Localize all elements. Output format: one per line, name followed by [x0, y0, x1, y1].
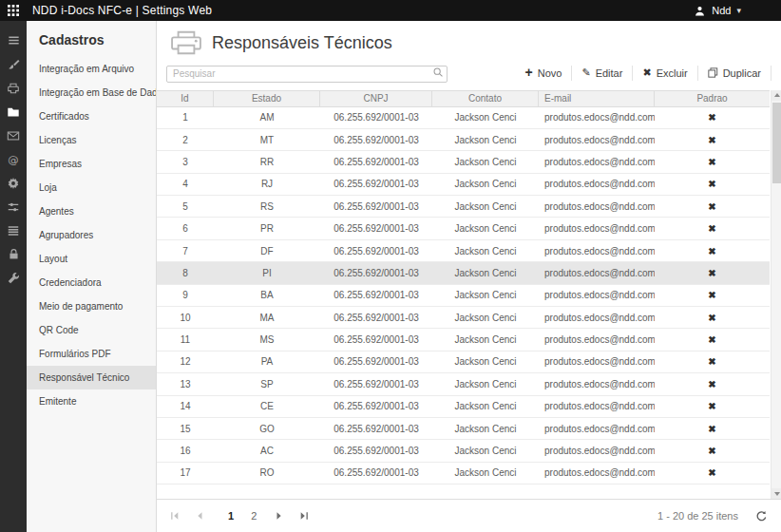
not-default-icon: ✖ [708, 112, 715, 123]
table-row[interactable]: 6PR06.255.692/0001-03Jackson Cenciprodut… [157, 218, 770, 239]
excluir-button[interactable]: ✖ Excluir [632, 66, 696, 81]
prev-page-button[interactable] [195, 511, 204, 521]
sidebar-item[interactable]: Certificados [27, 104, 156, 128]
cell-contato: Jackson Cenci [432, 268, 539, 278]
sidebar-item-label: QR Code [39, 325, 79, 335]
user-name: Ndd [712, 5, 731, 16]
stack-icon [7, 224, 20, 238]
sidebar-item[interactable]: Credenciadora [27, 271, 156, 294]
cell-contato: Jackson Cenci [432, 401, 539, 411]
user-menu[interactable]: Ndd ▾ [694, 5, 741, 17]
rail-item-gear[interactable] [0, 171, 27, 195]
cell-contato: Jackson Cenci [432, 179, 539, 189]
sidebar-item[interactable]: Agrupadores [27, 223, 156, 247]
cell-cnpj: 06.255.692/0001-03 [320, 356, 432, 367]
page-header: Responsáveis Técnicos [157, 21, 781, 62]
table-row[interactable]: 15GO06.255.692/0001-03Jackson Cenciprodu… [157, 418, 770, 440]
table-row[interactable]: 10MA06.255.692/0001-03Jackson Cenciprodu… [157, 307, 770, 329]
table-row[interactable]: 7DF06.255.692/0001-03Jackson Cenciprodut… [157, 240, 770, 262]
cell-estado: AM [214, 112, 320, 123]
sidebar-item[interactable]: Loja [27, 176, 156, 200]
table-row[interactable]: 16AC06.255.692/0001-03Jackson Cenciprodu… [157, 440, 770, 462]
cell-id: 3 [157, 157, 214, 167]
scroll-up-icon[interactable] [771, 90, 781, 101]
table-row[interactable]: 14CE06.255.692/0001-03Jackson Cenciprodu… [157, 396, 770, 418]
cell-cnpj: 06.255.692/0001-03 [320, 179, 432, 189]
search-icon[interactable] [432, 66, 444, 78]
cell-padrao: ✖ [655, 334, 770, 345]
table-row[interactable]: 12PA06.255.692/0001-03Jackson Cenciprodu… [157, 352, 770, 373]
table-row[interactable]: 2MT06.255.692/0001-03Jackson Cenciprodut… [157, 129, 770, 151]
first-page-button[interactable] [170, 511, 180, 521]
sidebar-item[interactable]: Empresas [27, 152, 156, 176]
cell-cnpj: 06.255.692/0001-03 [320, 135, 432, 145]
cell-id: 16 [157, 446, 214, 456]
sidebar-item[interactable]: Layout [27, 247, 156, 271]
cell-contato: Jackson Cenci [432, 290, 539, 300]
page-1-button[interactable]: 1 [219, 508, 242, 523]
column-header: Contato [432, 91, 539, 106]
rail-item-lock[interactable] [0, 242, 27, 266]
page-title: Responsáveis Técnicos [212, 33, 392, 53]
module-printer-icon [170, 29, 202, 56]
next-page-button[interactable] [275, 511, 284, 521]
sidebar-item[interactable]: Agentes [27, 200, 156, 223]
sidebar-item[interactable]: Meio de pagamento [27, 294, 156, 318]
column-header: CNPJ [320, 91, 432, 106]
cell-id: 14 [157, 401, 214, 411]
cell-padrao: ✖ [655, 223, 770, 234]
rail-item-sliders[interactable] [0, 195, 27, 218]
rail-item-menu[interactable] [0, 28, 27, 52]
novo-button[interactable]: + Novo [516, 66, 572, 81]
rail-item-brush[interactable] [0, 52, 27, 76]
rail-item-stack[interactable] [0, 218, 27, 242]
not-default-icon: ✖ [708, 157, 715, 167]
rail-item-folder[interactable] [0, 100, 27, 124]
cell-id: 10 [157, 313, 214, 323]
table-row[interactable]: 11MS06.255.692/0001-03Jackson Cenciprodu… [157, 329, 770, 351]
table-row[interactable]: 13SP06.255.692/0001-03Jackson Cenciprodu… [157, 373, 770, 395]
rail-item-at[interactable]: @ [0, 147, 27, 171]
sidebar-item[interactable]: Integração em Base de Dados [27, 81, 156, 104]
x-icon: ✖ [642, 67, 651, 78]
page-2-button[interactable]: 2 [242, 508, 265, 523]
cell-contato: Jackson Cenci [432, 334, 539, 345]
sidebar-item[interactable]: Responsável Técnico [27, 366, 156, 390]
not-default-icon: ✖ [708, 334, 715, 345]
refresh-icon[interactable] [755, 510, 768, 522]
sidebar-item[interactable]: Formulários PDF [27, 342, 156, 366]
last-page-button[interactable] [299, 511, 309, 521]
sidebar-item[interactable]: QR Code [27, 318, 156, 342]
lock-icon [8, 248, 20, 260]
table-row[interactable]: 4RJ06.255.692/0001-03Jackson Cenciprodut… [157, 174, 770, 196]
sidebar-item[interactable]: Integração em Arquivo [27, 57, 156, 81]
cell-padrao: ✖ [655, 135, 770, 145]
apps-grid-icon[interactable] [8, 5, 19, 16]
cell-estado: AC [214, 446, 320, 456]
table-row[interactable]: 9BA06.255.692/0001-03Jackson Cenciprodut… [157, 285, 770, 307]
rail-item-printer[interactable] [0, 76, 27, 100]
sidebar-item[interactable]: Emitente [27, 390, 156, 413]
sidebar-item-label: Empresas [39, 159, 82, 169]
scroll-down-icon[interactable] [771, 488, 781, 499]
search-input[interactable] [166, 66, 448, 83]
table-row[interactable]: 5RS06.255.692/0001-03Jackson Cenciprodut… [157, 196, 770, 218]
vertical-scrollbar[interactable] [771, 90, 781, 500]
duplicar-button[interactable]: Duplicar [697, 66, 771, 81]
rail-item-wrench[interactable] [0, 266, 27, 290]
table-row[interactable]: 3RR06.255.692/0001-03Jackson Cenciprodut… [157, 151, 770, 173]
editar-button[interactable]: ✎ Editar [571, 66, 632, 81]
table-row[interactable]: 1AM06.255.692/0001-03Jackson Cenciprodut… [157, 107, 770, 129]
cell-contato: Jackson Cenci [432, 201, 539, 212]
cell-cnpj: 06.255.692/0001-03 [320, 424, 432, 434]
novo-label: Novo [538, 67, 562, 79]
sidebar-item-label: Emitente [39, 396, 76, 407]
table-row[interactable]: 8PI06.255.692/0001-03Jackson Cenciprodut… [157, 262, 770, 284]
cell-cnpj: 06.255.692/0001-03 [320, 446, 432, 456]
rail-item-mail[interactable] [0, 124, 27, 147]
sidebar-item[interactable]: Licenças [27, 128, 156, 152]
scroll-thumb[interactable] [772, 103, 781, 183]
table-row[interactable]: 17RO06.255.692/0001-03Jackson Cenciprodu… [157, 463, 770, 484]
cell-email: produtos.edocs@ndd.com.br [539, 424, 655, 434]
sidebar-item-label: Responsável Técnico [39, 372, 129, 383]
